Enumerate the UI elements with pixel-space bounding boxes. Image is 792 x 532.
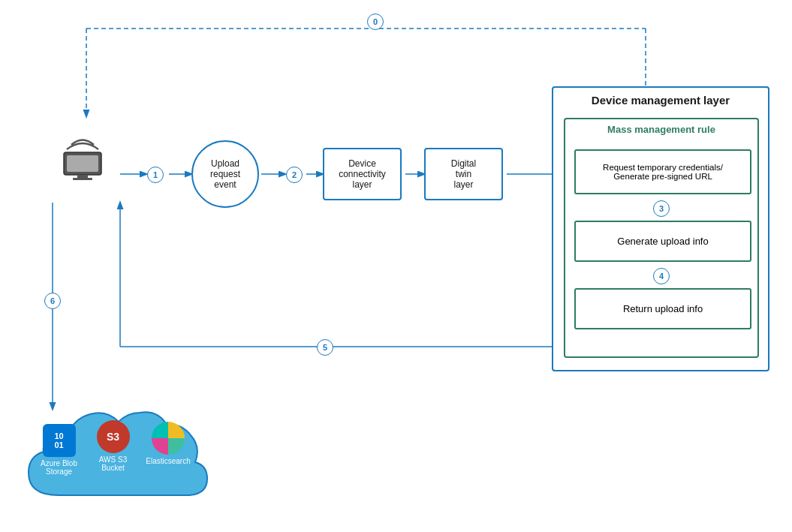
generate-upload-box: Generate upload info (574, 221, 751, 262)
device-connectivity-box: Device connectivity layer (323, 148, 402, 200)
device-icon (47, 122, 119, 194)
mass-management-box: Mass management rule Request temporary c… (564, 118, 759, 358)
azure-blob-icon: 1001 Azure Blob Storage (35, 424, 83, 476)
step-1-label: 1 (147, 167, 164, 183)
request-credentials-box: Request temporary credentials/ Generate … (574, 149, 751, 194)
diagram: 0 1 Upload request event 2 Device connec… (0, 0, 792, 532)
step-2-label: 2 (286, 167, 303, 183)
step-4-label: 4 (653, 268, 670, 284)
elasticsearch-icon: Elasticsearch (143, 422, 194, 465)
aws-s3-icon: S3 AWS S3 Bucket (89, 420, 137, 472)
return-upload-box: Return upload info (574, 288, 751, 329)
step-3-label: 3 (653, 200, 670, 217)
upload-request-node: Upload request event (191, 140, 259, 208)
device-management-box: Device management layer Mass management … (552, 86, 769, 371)
step-6-label: 6 (44, 293, 61, 309)
digital-twin-box: Digital twin layer (424, 148, 503, 200)
svg-rect-18 (67, 155, 98, 172)
mass-management-title: Mass management rule (607, 124, 715, 135)
step-0-label: 0 (367, 14, 384, 30)
cloud-storage: 1001 Azure Blob Storage S3 AWS S3 Bucket… (14, 390, 216, 518)
svg-rect-20 (73, 178, 92, 180)
device-management-title: Device management layer (592, 94, 730, 107)
step-5-label: 5 (317, 339, 333, 356)
